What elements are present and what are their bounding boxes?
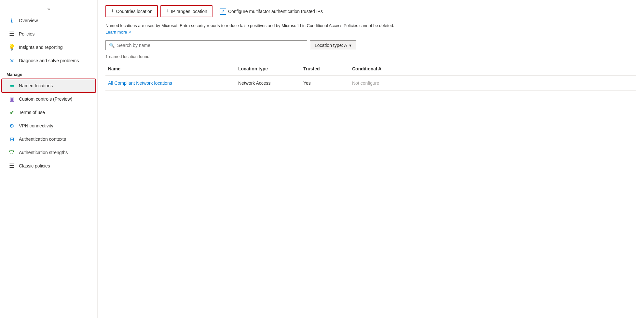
external-link-icon: ↗ bbox=[220, 8, 226, 15]
table-body: All Compliant Network locations Network … bbox=[105, 76, 636, 91]
custom-controls-icon: ▣ bbox=[8, 96, 15, 102]
search-row: 🔍 Location type: A ▾ bbox=[105, 40, 636, 50]
info-icon: ℹ bbox=[8, 17, 15, 24]
chevron-down-icon: ▾ bbox=[349, 43, 351, 48]
sidebar-item-classic-policies[interactable]: ☰ Classic policies bbox=[2, 159, 95, 172]
results-count: 1 named location found bbox=[105, 54, 636, 59]
classic-policies-icon: ☰ bbox=[8, 163, 15, 169]
cell-trusted: Yes bbox=[301, 79, 349, 87]
sidebar-item-auth-contexts[interactable]: ⊞ Authentication contexts bbox=[2, 133, 95, 146]
terms-icon: ✔ bbox=[8, 109, 15, 116]
sidebar-item-label: Overview bbox=[19, 18, 38, 23]
sidebar-item-auth-strengths[interactable]: 🛡 Authentication strengths bbox=[2, 146, 95, 159]
sidebar-item-policies[interactable]: ☰ Policies bbox=[2, 27, 95, 40]
sidebar-item-label: Terms of use bbox=[19, 110, 45, 115]
col-header-trusted: Trusted bbox=[301, 65, 349, 73]
location-name-link[interactable]: All Compliant Network locations bbox=[108, 80, 172, 86]
auth-strengths-icon: 🛡 bbox=[8, 149, 15, 156]
sidebar: « ℹ Overview ☰ Policies 💡 Insights and r… bbox=[0, 0, 98, 318]
cell-location-type: Network Access bbox=[236, 79, 301, 87]
cell-conditional-access: Not configure bbox=[349, 79, 636, 87]
diagnose-icon: ✕ bbox=[8, 57, 15, 64]
sidebar-item-vpn[interactable]: ⚙ VPN connectivity bbox=[2, 119, 95, 132]
sidebar-item-overview[interactable]: ℹ Overview bbox=[2, 14, 95, 27]
toolbar: + Countries location + IP ranges locatio… bbox=[105, 5, 636, 17]
sidebar-item-label: Classic policies bbox=[19, 163, 50, 168]
table-header: Name Location type Trusted Conditional A bbox=[105, 62, 636, 76]
cell-name[interactable]: All Compliant Network locations bbox=[105, 79, 236, 87]
learn-more-link[interactable]: Learn more ↗ bbox=[105, 30, 131, 35]
sidebar-item-insights[interactable]: 💡 Insights and reporting bbox=[2, 41, 95, 54]
sidebar-item-label: Custom controls (Preview) bbox=[19, 96, 72, 102]
sidebar-item-label: Authentication contexts bbox=[19, 137, 66, 142]
main-content: + Countries location + IP ranges locatio… bbox=[98, 0, 644, 318]
plus-icon: + bbox=[166, 8, 169, 15]
search-box[interactable]: 🔍 bbox=[105, 40, 307, 50]
col-header-name: Name bbox=[105, 65, 236, 73]
manage-section-header: Manage bbox=[0, 67, 97, 79]
sidebar-item-terms-of-use[interactable]: ✔ Terms of use bbox=[2, 106, 95, 119]
page-description: Named locations are used by Microsoft En… bbox=[105, 22, 398, 35]
sidebar-item-label: Diagnose and solve problems bbox=[19, 58, 79, 63]
sidebar-item-label: Insights and reporting bbox=[19, 45, 63, 50]
policies-icon: ☰ bbox=[8, 31, 15, 37]
configure-mfa-button[interactable]: ↗ Configure multifactor authentication t… bbox=[215, 6, 327, 17]
sidebar-item-label: Policies bbox=[19, 31, 34, 36]
named-locations-icon: ⇔ bbox=[8, 82, 15, 89]
sidebar-item-custom-controls[interactable]: ▣ Custom controls (Preview) bbox=[2, 93, 95, 106]
countries-location-button[interactable]: + Countries location bbox=[105, 5, 158, 17]
sidebar-item-label: Named locations bbox=[19, 83, 53, 88]
table-row: All Compliant Network locations Network … bbox=[105, 76, 636, 91]
insights-icon: 💡 bbox=[8, 44, 15, 51]
col-header-location-type: Location type bbox=[236, 65, 301, 73]
sidebar-item-named-locations[interactable]: ⇔ Named locations bbox=[2, 79, 95, 92]
col-header-conditional-access: Conditional A bbox=[349, 65, 636, 73]
plus-icon: + bbox=[111, 8, 114, 15]
ip-ranges-location-button[interactable]: + IP ranges location bbox=[160, 5, 212, 17]
sidebar-item-label: Authentication strengths bbox=[19, 150, 68, 155]
sidebar-item-diagnose[interactable]: ✕ Diagnose and solve problems bbox=[2, 54, 95, 67]
vpn-icon: ⚙ bbox=[8, 123, 15, 129]
sidebar-item-label: VPN connectivity bbox=[19, 123, 53, 128]
search-icon: 🔍 bbox=[109, 43, 115, 48]
auth-contexts-icon: ⊞ bbox=[8, 136, 15, 142]
location-type-filter-button[interactable]: Location type: A ▾ bbox=[310, 40, 356, 50]
search-input[interactable] bbox=[117, 43, 304, 48]
external-link-small-icon: ↗ bbox=[128, 30, 131, 34]
collapse-button[interactable]: « bbox=[0, 3, 97, 14]
